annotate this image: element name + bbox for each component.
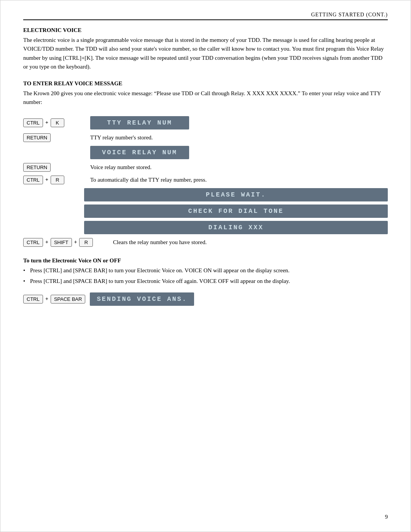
key-group-ctrl-spacebar: CTRL + SPACE BAR (23, 295, 85, 304)
key-k: K (51, 118, 64, 127)
header-title: GETTING STARTED (CONT.) (311, 12, 388, 18)
instruction-row-1: CTRL + K TTY RELAY NUM (23, 116, 388, 129)
section-relay-voice: TO ENTER RELAY VOICE MESSAGE The Krown 2… (23, 80, 388, 107)
plus-3: + (45, 239, 49, 245)
key-ctrl-3: CTRL (23, 238, 43, 247)
display-check-dial-tone: CHECK FOR DIAL TONE (84, 204, 388, 218)
section-voice-on-off: To turn the Electronic Voice ON or OFF P… (23, 257, 388, 306)
section-voice-on-off-title: To turn the Electronic Voice ON or OFF (23, 257, 388, 264)
key-group-ctrl-r: CTRL + R (23, 176, 84, 184)
section-electronic-voice-body: The electronic voice is a single program… (23, 36, 388, 71)
section-relay-voice-title: TO ENTER RELAY VOICE MESSAGE (23, 80, 388, 87)
bullet-1: Press [CTRL] and [SPACE BAR] to turn you… (23, 266, 388, 275)
instruction-row-4: RETURN Voice relay number stored. (23, 163, 388, 172)
instruction-row-2: RETURN TTY relay number's stored. (23, 133, 388, 142)
display-dialing-xxx: DIALING XXX (84, 221, 388, 234)
instruction-text-auto-dial: To automatically dial the TTY relay numb… (90, 177, 388, 183)
plus-1: + (45, 120, 49, 126)
section-electronic-voice: ELECTRONIC VOICE The electronic voice is… (23, 27, 388, 71)
instruction-row-5: CTRL + R To automatically dial the TTY r… (23, 176, 388, 184)
key-group-return-2: RETURN (23, 163, 84, 172)
display-please-wait: PLEASE WAIT. (84, 188, 388, 201)
instruction-row-3: VOICE RELAY NUM (23, 146, 388, 159)
key-return-1: RETURN (23, 133, 51, 142)
key-r: R (51, 176, 64, 184)
key-ctrl-2: CTRL (23, 176, 43, 184)
page-container: GETTING STARTED (CONT.) ELECTRONIC VOICE… (0, 0, 411, 532)
key-group-ctrl-shift-r: CTRL + SHIFT + R (23, 238, 107, 247)
display-tty-relay-num: TTY RELAY NUM (90, 116, 189, 129)
bullet-2: Press [CTRL] and [SPACE BAR] to turn you… (23, 277, 388, 286)
instruction-text-clears: Clears the relay number you have stored. (113, 239, 388, 246)
instruction-row-6: CTRL + SHIFT + R Clears the relay number… (23, 238, 388, 247)
key-space-bar: SPACE BAR (51, 295, 85, 304)
bottom-row: CTRL + SPACE BAR SENDING VOICE ANS. (23, 292, 388, 306)
bullet-list: Press [CTRL] and [SPACE BAR] to turn you… (23, 266, 388, 286)
key-group-return-1: RETURN (23, 133, 84, 142)
instruction-block: CTRL + K TTY RELAY NUM RETURN TTY relay … (23, 116, 388, 247)
plus-5: + (45, 296, 49, 302)
display-sending-voice-ans: SENDING VOICE ANS. (90, 292, 194, 306)
instruction-text-tty-stored: TTY relay number's stored. (90, 134, 388, 141)
key-ctrl-4: CTRL (23, 295, 43, 304)
instruction-text-voice-stored: Voice relay number stored. (90, 164, 388, 171)
key-return-2: RETURN (23, 163, 51, 172)
plus-2: + (45, 177, 49, 183)
display-voice-relay-num: VOICE RELAY NUM (90, 146, 189, 159)
section-electronic-voice-title: ELECTRONIC VOICE (23, 27, 388, 34)
section-relay-voice-body: The Krown 200 gives you one electronic v… (23, 89, 388, 107)
page-header: GETTING STARTED (CONT.) (23, 12, 388, 20)
key-r-2: R (79, 238, 93, 247)
display-col-sequence: PLEASE WAIT. CHECK FOR DIAL TONE DIALING… (84, 188, 388, 234)
key-group-ctrl-k: CTRL + K (23, 118, 84, 127)
plus-4: + (73, 239, 78, 245)
key-ctrl: CTRL (23, 118, 43, 127)
page-number: 9 (385, 514, 388, 520)
key-shift: SHIFT (51, 238, 72, 247)
